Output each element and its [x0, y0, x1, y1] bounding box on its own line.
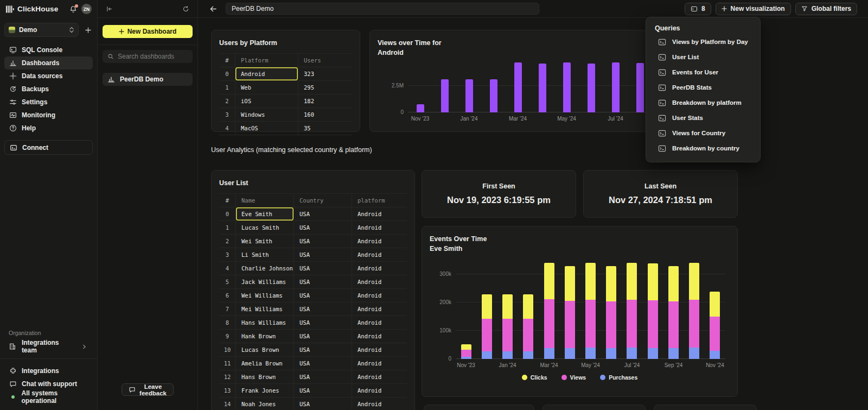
table-cell[interactable]: Windows — [235, 108, 298, 121]
bar[interactable] — [648, 263, 658, 359]
table-cell[interactable]: 35 — [298, 122, 352, 135]
bar-segment-purchases[interactable] — [689, 348, 699, 359]
bar-segment-clicks[interactable] — [648, 263, 658, 300]
query-item[interactable]: PeerDB Stats — [655, 80, 760, 95]
sidebar-item-all-systems-operational[interactable]: All systems operational — [4, 390, 93, 403]
table-cell[interactable]: 11 — [219, 357, 236, 370]
sidebar-item-integrations-team[interactable]: Integrations team — [4, 340, 93, 353]
query-item[interactable]: User List — [655, 49, 760, 65]
bar-segment-purchases[interactable] — [606, 348, 616, 359]
table-cell[interactable]: 323 — [298, 67, 352, 80]
refresh-icon[interactable] — [182, 5, 190, 13]
bar[interactable] — [588, 64, 595, 112]
table-cell[interactable]: Web — [235, 81, 298, 94]
bar-segment-views[interactable] — [648, 300, 658, 348]
queries-count-button[interactable]: 8 — [685, 3, 711, 15]
bar[interactable] — [465, 79, 473, 112]
table-cell[interactable]: Android — [352, 357, 407, 370]
bar-segment-clicks[interactable] — [668, 266, 679, 301]
table-row[interactable]: 0Eve SmithUSAAndroid — [219, 207, 407, 221]
table-cell[interactable]: 14 — [219, 398, 236, 410]
table-cell[interactable]: Android — [352, 398, 407, 410]
table-cell[interactable]: Android — [352, 384, 407, 397]
bar-segment-views[interactable] — [502, 319, 513, 352]
table-cell[interactable]: 4 — [219, 262, 236, 275]
table-row[interactable]: 1Lucas SmithUSAAndroid — [219, 221, 407, 235]
legend-item[interactable]: Views — [561, 374, 586, 381]
table-cell[interactable]: 0 — [219, 207, 236, 220]
query-item[interactable]: Breakdown by platform — [655, 95, 760, 110]
bar[interactable] — [482, 294, 492, 359]
bar[interactable] — [612, 62, 620, 112]
legend-item[interactable]: Clicks — [522, 374, 547, 381]
bar[interactable] — [585, 263, 596, 359]
table-cell[interactable]: 10 — [219, 343, 236, 356]
table-cell[interactable]: Android — [352, 275, 407, 288]
table-cell[interactable]: MacOS — [235, 122, 298, 135]
table-cell[interactable]: USA — [294, 343, 352, 356]
bar-segment-views[interactable] — [606, 301, 616, 348]
table-row[interactable]: 14Noah JonesUSAAndroid — [219, 398, 407, 410]
query-item[interactable]: User Stats — [655, 110, 760, 125]
bar[interactable] — [627, 263, 637, 359]
table-cell[interactable]: Android — [352, 207, 407, 220]
dashboard-search[interactable] — [103, 50, 193, 63]
workspace-select[interactable]: Demo — [4, 23, 79, 37]
table-cell[interactable]: Li Smith — [236, 248, 294, 261]
bar-segment-views[interactable] — [585, 300, 596, 348]
bar-segment-views[interactable] — [461, 350, 471, 357]
add-workspace-button[interactable] — [83, 25, 93, 35]
table-cell[interactable]: USA — [294, 398, 352, 410]
table-cell[interactable]: iOS — [235, 94, 298, 108]
table-row[interactable]: 3Li SmithUSAAndroid — [219, 248, 407, 262]
bar-segment-purchases[interactable] — [648, 348, 658, 359]
bar-segment-purchases[interactable] — [482, 351, 492, 359]
query-item[interactable]: Breakdown by country — [655, 141, 760, 156]
bar-segment-purchases[interactable] — [668, 348, 679, 359]
table-row[interactable]: 1Web295 — [219, 81, 352, 94]
notifications-bell-icon[interactable] — [68, 4, 78, 14]
table-cell[interactable]: Wei Smith — [236, 235, 294, 248]
table-cell[interactable]: Hans Brown — [236, 370, 294, 383]
table-cell[interactable]: 2 — [219, 235, 236, 248]
bar-segment-purchases[interactable] — [544, 348, 554, 359]
bar-segment-views[interactable] — [689, 300, 699, 348]
bar[interactable] — [668, 266, 679, 359]
bar[interactable] — [417, 104, 424, 112]
table-row[interactable]: 12Hans BrownUSAAndroid — [219, 370, 407, 384]
table-cell[interactable]: Android — [352, 316, 407, 329]
avatar[interactable]: ZN — [81, 4, 92, 14]
bar[interactable] — [490, 79, 497, 112]
table-cell[interactable]: 182 — [298, 94, 352, 108]
new-dashboard-button[interactable]: New Dashboard — [103, 25, 193, 38]
table-cell[interactable]: Amelia Brown — [236, 357, 294, 370]
table-cell[interactable]: Lucas Smith — [236, 221, 294, 234]
table-cell[interactable]: Android — [352, 302, 407, 316]
bar-segment-views[interactable] — [668, 301, 679, 348]
bar[interactable] — [502, 294, 513, 359]
table-cell[interactable]: USA — [294, 316, 352, 329]
sidebar-item-monitoring[interactable]: Monitoring — [4, 109, 93, 122]
bar-segment-views[interactable] — [523, 319, 533, 351]
bar[interactable] — [606, 266, 616, 359]
table-cell[interactable]: 160 — [298, 108, 352, 121]
sidebar-item-backups[interactable]: Backups — [4, 83, 93, 96]
bar[interactable] — [565, 266, 575, 359]
bar-segment-clicks[interactable] — [502, 294, 513, 318]
table-cell[interactable]: Eve Smith — [236, 207, 294, 220]
bar-segment-clicks[interactable] — [482, 294, 492, 318]
table-cell[interactable]: USA — [294, 235, 352, 248]
table-cell[interactable]: 9 — [219, 330, 236, 343]
table-row[interactable]: 8Hans WilliamsUSAAndroid — [219, 316, 407, 330]
bar-segment-purchases[interactable] — [523, 351, 533, 359]
table-row[interactable]: 7Mei WilliamsUSAAndroid — [219, 302, 407, 316]
table-cell[interactable]: USA — [294, 330, 352, 343]
query-item[interactable]: Views for Country — [655, 125, 760, 141]
search-input[interactable] — [118, 53, 183, 60]
table-cell[interactable]: 1 — [219, 221, 236, 234]
table-cell[interactable]: Android — [352, 289, 407, 302]
table-cell[interactable]: 6 — [219, 289, 236, 302]
table-row[interactable]: 3Windows160 — [219, 108, 352, 122]
table-cell[interactable]: 8 — [219, 316, 236, 329]
leave-feedback-button[interactable]: Leave feedback — [122, 383, 174, 396]
